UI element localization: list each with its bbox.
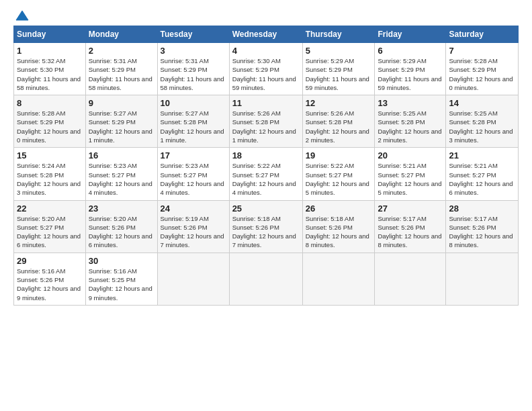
- day-info: Sunrise: 5:20 AMSunset: 5:26 PMDaylight:…: [89, 214, 154, 250]
- table-row: 11Sunrise: 5:26 AMSunset: 5:28 PMDayligh…: [229, 95, 302, 148]
- day-info: Sunrise: 5:31 AMSunset: 5:29 PMDaylight:…: [161, 56, 226, 92]
- table-row: 5Sunrise: 5:29 AMSunset: 5:29 PMDaylight…: [302, 43, 375, 95]
- svg-marker-0: [16, 11, 28, 20]
- table-row: 9Sunrise: 5:27 AMSunset: 5:29 PMDaylight…: [85, 95, 157, 148]
- table-row: [446, 253, 519, 305]
- day-info: Sunrise: 5:16 AMSunset: 5:26 PMDaylight:…: [17, 267, 83, 302]
- table-row: 3Sunrise: 5:31 AMSunset: 5:29 PMDaylight…: [157, 43, 229, 95]
- day-number: 16: [89, 150, 154, 161]
- table-row: 22Sunrise: 5:20 AMSunset: 5:27 PMDayligh…: [14, 200, 86, 253]
- col-thursday: Thursday: [302, 26, 375, 43]
- table-row: 25Sunrise: 5:18 AMSunset: 5:26 PMDayligh…: [229, 200, 302, 253]
- table-row: [157, 253, 229, 305]
- calendar-week-row: 29Sunrise: 5:16 AMSunset: 5:26 PMDayligh…: [14, 253, 519, 305]
- table-row: 2Sunrise: 5:31 AMSunset: 5:29 PMDaylight…: [85, 43, 157, 95]
- table-row: 18Sunrise: 5:22 AMSunset: 5:27 PMDayligh…: [229, 148, 302, 200]
- day-number: 7: [449, 46, 515, 56]
- table-row: 29Sunrise: 5:16 AMSunset: 5:26 PMDayligh…: [14, 253, 86, 305]
- table-row: 17Sunrise: 5:23 AMSunset: 5:27 PMDayligh…: [157, 148, 229, 200]
- calendar-header-row: Sunday Monday Tuesday Wednesday Thursday…: [14, 26, 519, 43]
- col-tuesday: Tuesday: [157, 26, 229, 43]
- table-row: 6Sunrise: 5:29 AMSunset: 5:29 PMDaylight…: [375, 43, 446, 95]
- day-number: 28: [449, 203, 515, 214]
- day-info: Sunrise: 5:25 AMSunset: 5:28 PMDaylight:…: [378, 109, 443, 144]
- day-info: Sunrise: 5:27 AMSunset: 5:28 PMDaylight:…: [161, 109, 226, 144]
- page: Sunday Monday Tuesday Wednesday Thursday…: [0, 0, 532, 312]
- day-number: 26: [306, 203, 372, 214]
- day-number: 17: [161, 150, 226, 161]
- day-number: 1: [17, 46, 83, 56]
- day-number: 14: [449, 98, 515, 108]
- day-number: 3: [161, 46, 226, 56]
- calendar-week-row: 1Sunrise: 5:32 AMSunset: 5:30 PMDaylight…: [14, 43, 519, 95]
- col-saturday: Saturday: [446, 26, 519, 43]
- col-wednesday: Wednesday: [229, 26, 302, 43]
- table-row: 13Sunrise: 5:25 AMSunset: 5:28 PMDayligh…: [375, 95, 446, 148]
- day-number: 23: [89, 203, 154, 214]
- day-info: Sunrise: 5:21 AMSunset: 5:27 PMDaylight:…: [378, 161, 443, 197]
- table-row: [302, 253, 375, 305]
- day-number: 20: [378, 150, 443, 161]
- day-info: Sunrise: 5:26 AMSunset: 5:28 PMDaylight:…: [232, 109, 300, 144]
- table-row: 15Sunrise: 5:24 AMSunset: 5:28 PMDayligh…: [14, 148, 86, 200]
- day-info: Sunrise: 5:19 AMSunset: 5:26 PMDaylight:…: [161, 214, 226, 250]
- day-number: 8: [17, 98, 83, 108]
- calendar-table: Sunday Monday Tuesday Wednesday Thursday…: [13, 26, 519, 306]
- day-number: 21: [449, 150, 515, 161]
- day-info: Sunrise: 5:16 AMSunset: 5:25 PMDaylight:…: [89, 267, 154, 302]
- table-row: 21Sunrise: 5:21 AMSunset: 5:27 PMDayligh…: [446, 148, 519, 200]
- header: [13, 11, 519, 19]
- day-info: Sunrise: 5:26 AMSunset: 5:28 PMDaylight:…: [306, 109, 372, 144]
- day-number: 5: [306, 46, 372, 56]
- logo: [13, 11, 30, 19]
- logo-icon: [15, 9, 30, 21]
- day-number: 25: [232, 203, 300, 214]
- day-info: Sunrise: 5:32 AMSunset: 5:30 PMDaylight:…: [17, 56, 83, 92]
- day-number: 11: [232, 98, 300, 108]
- table-row: 14Sunrise: 5:25 AMSunset: 5:28 PMDayligh…: [446, 95, 519, 148]
- day-number: 24: [161, 203, 226, 214]
- table-row: 16Sunrise: 5:23 AMSunset: 5:27 PMDayligh…: [85, 148, 157, 200]
- table-row: 26Sunrise: 5:18 AMSunset: 5:26 PMDayligh…: [302, 200, 375, 253]
- day-number: 13: [378, 98, 443, 108]
- day-number: 4: [232, 46, 300, 56]
- day-info: Sunrise: 5:17 AMSunset: 5:26 PMDaylight:…: [449, 214, 515, 250]
- table-row: 27Sunrise: 5:17 AMSunset: 5:26 PMDayligh…: [375, 200, 446, 253]
- day-info: Sunrise: 5:23 AMSunset: 5:27 PMDaylight:…: [89, 161, 154, 197]
- day-number: 29: [17, 256, 83, 266]
- table-row: 24Sunrise: 5:19 AMSunset: 5:26 PMDayligh…: [157, 200, 229, 253]
- table-row: 8Sunrise: 5:28 AMSunset: 5:29 PMDaylight…: [14, 95, 86, 148]
- day-info: Sunrise: 5:25 AMSunset: 5:28 PMDaylight:…: [449, 109, 515, 144]
- day-info: Sunrise: 5:21 AMSunset: 5:27 PMDaylight:…: [449, 161, 515, 197]
- day-info: Sunrise: 5:23 AMSunset: 5:27 PMDaylight:…: [161, 161, 226, 197]
- col-monday: Monday: [85, 26, 157, 43]
- calendar-week-row: 15Sunrise: 5:24 AMSunset: 5:28 PMDayligh…: [14, 148, 519, 200]
- day-info: Sunrise: 5:28 AMSunset: 5:29 PMDaylight:…: [17, 109, 83, 144]
- table-row: 12Sunrise: 5:26 AMSunset: 5:28 PMDayligh…: [302, 95, 375, 148]
- day-number: 2: [89, 46, 154, 56]
- day-info: Sunrise: 5:22 AMSunset: 5:27 PMDaylight:…: [306, 161, 372, 197]
- table-row: 20Sunrise: 5:21 AMSunset: 5:27 PMDayligh…: [375, 148, 446, 200]
- table-row: [375, 253, 446, 305]
- day-info: Sunrise: 5:29 AMSunset: 5:29 PMDaylight:…: [378, 56, 443, 92]
- table-row: 23Sunrise: 5:20 AMSunset: 5:26 PMDayligh…: [85, 200, 157, 253]
- day-number: 18: [232, 150, 300, 161]
- day-info: Sunrise: 5:22 AMSunset: 5:27 PMDaylight:…: [232, 161, 300, 197]
- table-row: 1Sunrise: 5:32 AMSunset: 5:30 PMDaylight…: [14, 43, 86, 95]
- day-info: Sunrise: 5:31 AMSunset: 5:29 PMDaylight:…: [89, 56, 154, 92]
- day-info: Sunrise: 5:18 AMSunset: 5:26 PMDaylight:…: [306, 214, 372, 250]
- day-number: 6: [378, 46, 443, 56]
- day-info: Sunrise: 5:17 AMSunset: 5:26 PMDaylight:…: [378, 214, 443, 250]
- day-number: 22: [17, 203, 83, 214]
- col-sunday: Sunday: [14, 26, 86, 43]
- calendar-week-row: 8Sunrise: 5:28 AMSunset: 5:29 PMDaylight…: [14, 95, 519, 148]
- day-number: 10: [161, 98, 226, 108]
- day-info: Sunrise: 5:29 AMSunset: 5:29 PMDaylight:…: [306, 56, 372, 92]
- table-row: 10Sunrise: 5:27 AMSunset: 5:28 PMDayligh…: [157, 95, 229, 148]
- table-row: 30Sunrise: 5:16 AMSunset: 5:25 PMDayligh…: [85, 253, 157, 305]
- day-number: 30: [89, 256, 154, 266]
- table-row: 19Sunrise: 5:22 AMSunset: 5:27 PMDayligh…: [302, 148, 375, 200]
- day-info: Sunrise: 5:20 AMSunset: 5:27 PMDaylight:…: [17, 214, 83, 250]
- table-row: 7Sunrise: 5:28 AMSunset: 5:29 PMDaylight…: [446, 43, 519, 95]
- day-number: 19: [306, 150, 372, 161]
